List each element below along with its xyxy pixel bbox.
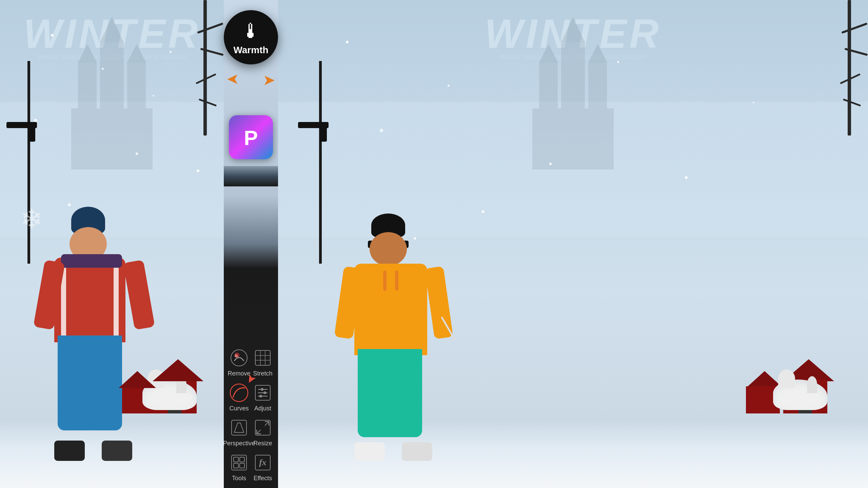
tool-row-3: Perspective Resize — [224, 415, 278, 450]
person-left — [34, 207, 153, 461]
castle-silhouette — [71, 41, 153, 169]
street-lamp-right — [312, 61, 329, 264]
wolf-right — [773, 380, 827, 420]
svg-rect-23 — [234, 457, 238, 462]
svg-point-17 — [263, 391, 266, 394]
warmth-label: Warmth — [233, 45, 268, 56]
svg-rect-25 — [234, 463, 238, 468]
svg-rect-6 — [255, 350, 270, 365]
svg-rect-19 — [232, 420, 246, 435]
tool-adjust[interactable]: Adjust — [251, 383, 275, 412]
tool-resize[interactable]: Resize — [251, 418, 275, 447]
curves-icon — [230, 383, 249, 402]
arrow-right-icon: ➤ — [263, 71, 275, 88]
svg-point-16 — [261, 388, 263, 391]
tools-icon-box — [229, 452, 249, 473]
curves-label: Curves — [229, 405, 249, 412]
svg-point-11 — [230, 384, 248, 402]
svg-text:P: P — [244, 126, 258, 149]
warmth-bubble: 🌡 Warmth — [224, 10, 278, 64]
svg-rect-24 — [240, 457, 244, 462]
picsart-logo: P — [229, 115, 273, 159]
perspective-label: Perspective — [223, 440, 255, 447]
svg-point-18 — [259, 395, 262, 398]
tool-menu: Remove Stretch — [224, 340, 278, 488]
gradient-divider — [224, 166, 278, 186]
svg-rect-26 — [240, 463, 244, 468]
tool-row-4: Tools fx Effects — [224, 450, 278, 485]
tool-effects[interactable]: fx Effects — [251, 452, 275, 482]
center-panel: 🌡 Warmth ➤ ➤ P — [224, 0, 278, 488]
perspective-icon — [230, 419, 248, 436]
right-image-panel: WINTER Winter Season comes after the rai… — [278, 0, 868, 488]
adjust-label: Adjust — [254, 405, 271, 412]
effects-label: Effects — [254, 475, 272, 482]
stretch-icon-box — [253, 348, 273, 368]
person-right — [336, 214, 451, 461]
svg-point-4 — [236, 354, 238, 356]
picsart-icon: P — [237, 124, 264, 151]
thermometer-icon: 🌡 — [241, 19, 261, 43]
tools-label: Tools — [232, 475, 246, 482]
remove-icon — [230, 349, 248, 367]
svg-text:fx: fx — [259, 458, 267, 467]
tree-right — [193, 0, 220, 169]
tool-stretch[interactable]: Stretch — [251, 348, 275, 377]
remove-icon-box — [229, 348, 249, 368]
stretch-label: Stretch — [253, 370, 272, 377]
tree-right-panel — [837, 0, 865, 169]
resize-icon-box — [253, 418, 273, 438]
effects-icon: fx — [254, 454, 272, 471]
tool-row-2: ➤ Curves Adjust — [224, 380, 278, 415]
resize-icon — [254, 419, 272, 436]
tool-perspective[interactable]: Perspective — [227, 418, 251, 447]
left-image-panel: WINTER Winter Season comes after the rai… — [0, 0, 224, 488]
tool-curves[interactable]: ➤ Curves — [227, 383, 251, 412]
castle-right — [532, 41, 614, 169]
arrow-left-icon: ➤ — [226, 71, 239, 88]
effects-icon-box: fx — [253, 452, 273, 473]
stretch-icon — [254, 349, 272, 367]
tools-icon — [230, 454, 248, 471]
adjust-icon — [254, 384, 272, 402]
tool-tools[interactable]: Tools — [227, 452, 251, 482]
curves-icon-box: ➤ — [229, 383, 249, 403]
adjust-icon-box — [253, 383, 273, 403]
resize-label: Resize — [253, 440, 272, 447]
perspective-icon-box — [229, 418, 249, 438]
